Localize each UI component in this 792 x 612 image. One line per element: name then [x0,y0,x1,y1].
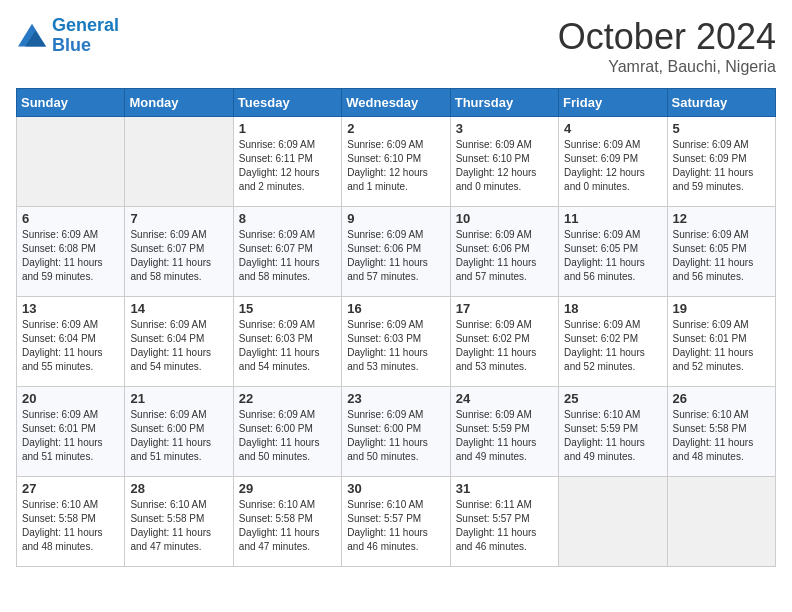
calendar-cell: 25Sunrise: 6:10 AM Sunset: 5:59 PM Dayli… [559,387,667,477]
calendar-table: SundayMondayTuesdayWednesdayThursdayFrid… [16,88,776,567]
calendar-cell [17,117,125,207]
cell-info: Sunrise: 6:09 AM Sunset: 6:02 PM Dayligh… [456,318,553,374]
day-number: 1 [239,121,336,136]
day-number: 15 [239,301,336,316]
day-number: 30 [347,481,444,496]
day-number: 27 [22,481,119,496]
day-number: 10 [456,211,553,226]
cell-info: Sunrise: 6:10 AM Sunset: 5:58 PM Dayligh… [239,498,336,554]
calendar-cell: 11Sunrise: 6:09 AM Sunset: 6:05 PM Dayli… [559,207,667,297]
day-number: 14 [130,301,227,316]
cell-info: Sunrise: 6:09 AM Sunset: 6:10 PM Dayligh… [456,138,553,194]
calendar-cell: 20Sunrise: 6:09 AM Sunset: 6:01 PM Dayli… [17,387,125,477]
day-number: 5 [673,121,770,136]
cell-info: Sunrise: 6:10 AM Sunset: 5:58 PM Dayligh… [130,498,227,554]
logo: General Blue [16,16,119,56]
cell-info: Sunrise: 6:09 AM Sunset: 6:05 PM Dayligh… [673,228,770,284]
logo-text: General Blue [52,16,119,56]
cell-info: Sunrise: 6:09 AM Sunset: 6:07 PM Dayligh… [130,228,227,284]
day-number: 8 [239,211,336,226]
calendar-cell: 4Sunrise: 6:09 AM Sunset: 6:09 PM Daylig… [559,117,667,207]
day-number: 26 [673,391,770,406]
day-number: 6 [22,211,119,226]
calendar-cell: 21Sunrise: 6:09 AM Sunset: 6:00 PM Dayli… [125,387,233,477]
calendar-cell: 18Sunrise: 6:09 AM Sunset: 6:02 PM Dayli… [559,297,667,387]
week-row-4: 20Sunrise: 6:09 AM Sunset: 6:01 PM Dayli… [17,387,776,477]
calendar-cell: 8Sunrise: 6:09 AM Sunset: 6:07 PM Daylig… [233,207,341,297]
calendar-cell: 5Sunrise: 6:09 AM Sunset: 6:09 PM Daylig… [667,117,775,207]
calendar-cell: 3Sunrise: 6:09 AM Sunset: 6:10 PM Daylig… [450,117,558,207]
calendar-cell: 15Sunrise: 6:09 AM Sunset: 6:03 PM Dayli… [233,297,341,387]
cell-info: Sunrise: 6:09 AM Sunset: 6:00 PM Dayligh… [239,408,336,464]
cell-info: Sunrise: 6:09 AM Sunset: 6:01 PM Dayligh… [673,318,770,374]
cell-info: Sunrise: 6:09 AM Sunset: 6:06 PM Dayligh… [347,228,444,284]
calendar-cell: 23Sunrise: 6:09 AM Sunset: 6:00 PM Dayli… [342,387,450,477]
cell-info: Sunrise: 6:09 AM Sunset: 6:08 PM Dayligh… [22,228,119,284]
day-number: 12 [673,211,770,226]
calendar-cell: 6Sunrise: 6:09 AM Sunset: 6:08 PM Daylig… [17,207,125,297]
day-number: 17 [456,301,553,316]
day-number: 19 [673,301,770,316]
cell-info: Sunrise: 6:09 AM Sunset: 6:03 PM Dayligh… [347,318,444,374]
day-number: 7 [130,211,227,226]
cell-info: Sunrise: 6:09 AM Sunset: 6:09 PM Dayligh… [564,138,661,194]
calendar-cell: 13Sunrise: 6:09 AM Sunset: 6:04 PM Dayli… [17,297,125,387]
day-header-wednesday: Wednesday [342,89,450,117]
cell-info: Sunrise: 6:09 AM Sunset: 6:03 PM Dayligh… [239,318,336,374]
day-header-thursday: Thursday [450,89,558,117]
logo-icon [16,22,48,50]
cell-info: Sunrise: 6:09 AM Sunset: 6:01 PM Dayligh… [22,408,119,464]
week-row-5: 27Sunrise: 6:10 AM Sunset: 5:58 PM Dayli… [17,477,776,567]
calendar-cell [559,477,667,567]
day-number: 4 [564,121,661,136]
calendar-cell: 28Sunrise: 6:10 AM Sunset: 5:58 PM Dayli… [125,477,233,567]
calendar-cell: 27Sunrise: 6:10 AM Sunset: 5:58 PM Dayli… [17,477,125,567]
cell-info: Sunrise: 6:10 AM Sunset: 5:59 PM Dayligh… [564,408,661,464]
day-number: 11 [564,211,661,226]
cell-info: Sunrise: 6:11 AM Sunset: 5:57 PM Dayligh… [456,498,553,554]
cell-info: Sunrise: 6:09 AM Sunset: 6:00 PM Dayligh… [130,408,227,464]
day-number: 2 [347,121,444,136]
day-number: 31 [456,481,553,496]
day-number: 9 [347,211,444,226]
cell-info: Sunrise: 6:09 AM Sunset: 6:10 PM Dayligh… [347,138,444,194]
day-number: 28 [130,481,227,496]
page-header: General Blue October 2024 Yamrat, Bauchi… [16,16,776,76]
calendar-cell: 22Sunrise: 6:09 AM Sunset: 6:00 PM Dayli… [233,387,341,477]
day-number: 20 [22,391,119,406]
day-number: 13 [22,301,119,316]
day-header-tuesday: Tuesday [233,89,341,117]
location: Yamrat, Bauchi, Nigeria [558,58,776,76]
cell-info: Sunrise: 6:09 AM Sunset: 6:04 PM Dayligh… [130,318,227,374]
calendar-cell: 24Sunrise: 6:09 AM Sunset: 5:59 PM Dayli… [450,387,558,477]
day-header-monday: Monday [125,89,233,117]
day-number: 21 [130,391,227,406]
calendar-cell: 1Sunrise: 6:09 AM Sunset: 6:11 PM Daylig… [233,117,341,207]
calendar-cell [667,477,775,567]
day-number: 25 [564,391,661,406]
week-row-1: 1Sunrise: 6:09 AM Sunset: 6:11 PM Daylig… [17,117,776,207]
cell-info: Sunrise: 6:09 AM Sunset: 6:09 PM Dayligh… [673,138,770,194]
week-row-2: 6Sunrise: 6:09 AM Sunset: 6:08 PM Daylig… [17,207,776,297]
cell-info: Sunrise: 6:09 AM Sunset: 5:59 PM Dayligh… [456,408,553,464]
cell-info: Sunrise: 6:10 AM Sunset: 5:58 PM Dayligh… [673,408,770,464]
cell-info: Sunrise: 6:10 AM Sunset: 5:57 PM Dayligh… [347,498,444,554]
calendar-cell: 12Sunrise: 6:09 AM Sunset: 6:05 PM Dayli… [667,207,775,297]
cell-info: Sunrise: 6:10 AM Sunset: 5:58 PM Dayligh… [22,498,119,554]
day-number: 29 [239,481,336,496]
cell-info: Sunrise: 6:09 AM Sunset: 6:04 PM Dayligh… [22,318,119,374]
calendar-cell: 7Sunrise: 6:09 AM Sunset: 6:07 PM Daylig… [125,207,233,297]
calendar-cell: 29Sunrise: 6:10 AM Sunset: 5:58 PM Dayli… [233,477,341,567]
calendar-cell: 17Sunrise: 6:09 AM Sunset: 6:02 PM Dayli… [450,297,558,387]
cell-info: Sunrise: 6:09 AM Sunset: 6:07 PM Dayligh… [239,228,336,284]
day-number: 18 [564,301,661,316]
calendar-cell: 31Sunrise: 6:11 AM Sunset: 5:57 PM Dayli… [450,477,558,567]
calendar-cell: 19Sunrise: 6:09 AM Sunset: 6:01 PM Dayli… [667,297,775,387]
day-number: 22 [239,391,336,406]
day-number: 23 [347,391,444,406]
day-header-sunday: Sunday [17,89,125,117]
day-number: 16 [347,301,444,316]
day-number: 3 [456,121,553,136]
calendar-cell: 2Sunrise: 6:09 AM Sunset: 6:10 PM Daylig… [342,117,450,207]
week-row-3: 13Sunrise: 6:09 AM Sunset: 6:04 PM Dayli… [17,297,776,387]
